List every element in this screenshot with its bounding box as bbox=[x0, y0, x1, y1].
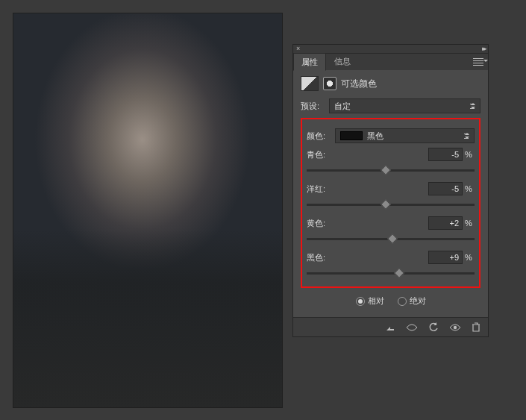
tab-info[interactable]: 信息 bbox=[326, 52, 359, 70]
black-label: 黑色: bbox=[307, 252, 428, 263]
magenta-unit: % bbox=[463, 184, 475, 193]
yellow-slider-thumb[interactable] bbox=[387, 233, 398, 244]
close-icon[interactable]: × bbox=[296, 46, 300, 52]
document-canvas[interactable] bbox=[13, 13, 283, 408]
trash-icon[interactable] bbox=[472, 322, 480, 333]
color-swatch-icon bbox=[340, 131, 363, 140]
magenta-label: 洋红: bbox=[307, 184, 428, 195]
clip-to-layer-icon[interactable] bbox=[385, 322, 395, 333]
radio-relative-label: 相对 bbox=[368, 295, 384, 307]
method-radio-group: 相对 绝对 bbox=[301, 295, 480, 307]
slider-black: 黑色: % bbox=[307, 251, 475, 278]
svg-point-0 bbox=[454, 325, 457, 328]
radio-absolute-button[interactable] bbox=[398, 297, 407, 306]
yellow-label: 黄色: bbox=[307, 218, 428, 229]
adjustment-title: 可选颜色 bbox=[341, 78, 377, 90]
color-row: 颜色: 黑色 bbox=[307, 128, 475, 143]
black-unit: % bbox=[463, 253, 475, 262]
panel-menu-icon[interactable] bbox=[473, 58, 483, 66]
color-value: 黑色 bbox=[367, 131, 383, 142]
yellow-unit: % bbox=[463, 219, 475, 228]
cyan-value-input[interactable] bbox=[428, 148, 463, 161]
cyan-slider-track[interactable] bbox=[307, 166, 475, 175]
collapse-icon[interactable] bbox=[482, 46, 485, 52]
slider-cyan: 青色: % bbox=[307, 148, 475, 175]
black-slider-track[interactable] bbox=[307, 269, 475, 278]
adjustment-title-row: 可选颜色 bbox=[301, 76, 480, 91]
preset-select[interactable]: 自定 bbox=[329, 98, 480, 113]
preset-row: 预设: 自定 bbox=[301, 98, 480, 113]
radio-absolute-label: 绝对 bbox=[410, 295, 426, 307]
preset-value: 自定 bbox=[334, 101, 351, 112]
panel-body: 可选颜色 预设: 自定 颜色: 黑色 青色: bbox=[293, 70, 488, 317]
slider-yellow: 黄色: % bbox=[307, 216, 475, 243]
yellow-value-input[interactable] bbox=[428, 216, 463, 230]
panel-footer bbox=[293, 317, 488, 336]
properties-panel: × 属性 信息 可选颜色 预设: 自定 颜色: 黑色 bbox=[292, 44, 489, 337]
adjustment-type-icon[interactable] bbox=[301, 76, 319, 91]
color-label: 颜色: bbox=[307, 131, 331, 142]
color-settings-highlight: 颜色: 黑色 青色: % 洋红: bbox=[301, 118, 480, 288]
magenta-slider-thumb[interactable] bbox=[381, 199, 391, 210]
cyan-label: 青色: bbox=[307, 149, 428, 160]
reset-icon[interactable] bbox=[428, 322, 439, 333]
visibility-icon[interactable] bbox=[449, 323, 461, 332]
slider-magenta: 洋红: % bbox=[307, 182, 475, 209]
black-value-input[interactable] bbox=[428, 251, 463, 264]
preset-label: 预设: bbox=[301, 101, 325, 112]
layer-mask-icon[interactable] bbox=[323, 77, 336, 90]
yellow-slider-track[interactable] bbox=[307, 234, 475, 243]
radio-absolute[interactable]: 绝对 bbox=[398, 295, 426, 307]
magenta-value-input[interactable] bbox=[428, 182, 463, 195]
radio-relative-button[interactable] bbox=[356, 297, 365, 306]
cyan-unit: % bbox=[463, 150, 475, 159]
radio-relative[interactable]: 相对 bbox=[356, 295, 384, 307]
color-select[interactable]: 黑色 bbox=[335, 128, 475, 143]
view-previous-icon[interactable] bbox=[406, 323, 418, 332]
tab-properties[interactable]: 属性 bbox=[293, 53, 326, 71]
cyan-slider-thumb[interactable] bbox=[381, 165, 391, 175]
magenta-slider-track[interactable] bbox=[307, 200, 475, 209]
panel-tabs: 属性 信息 bbox=[293, 54, 488, 70]
black-slider-thumb[interactable] bbox=[394, 268, 404, 278]
